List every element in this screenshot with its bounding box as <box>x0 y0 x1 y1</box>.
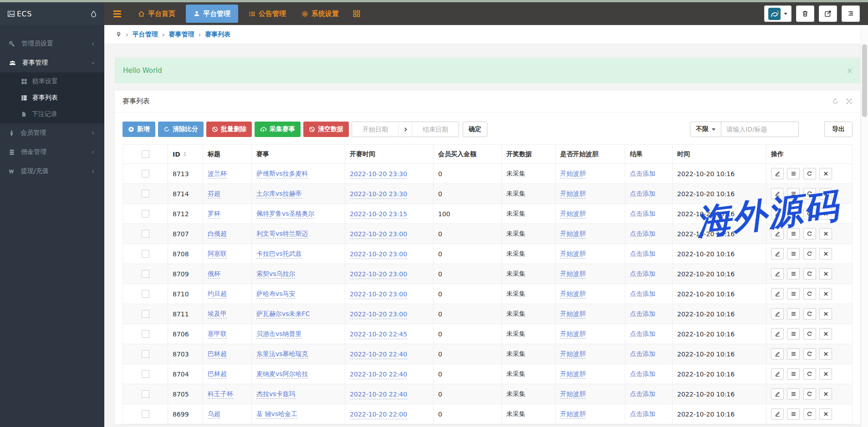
nav-item-platform-home[interactable]: 平台首页 <box>130 2 183 25</box>
sidebar-item-withdraw-deposit[interactable]: 提现/充值 <box>0 162 104 181</box>
row-refresh-button[interactable] <box>803 168 816 179</box>
start-time-link[interactable]: 2022-10-20 23:30 <box>350 190 407 199</box>
match-link[interactable]: 索契vs乌拉尔 <box>256 270 296 279</box>
menu-list-button[interactable] <box>842 5 860 22</box>
row-delete-button[interactable] <box>819 288 832 300</box>
row-edit-button[interactable] <box>771 368 784 380</box>
row-edit-button[interactable] <box>771 348 784 360</box>
row-refresh-button[interactable] <box>803 388 816 400</box>
match-link[interactable]: 土尔库vs拉赫蒂 <box>256 190 302 198</box>
alert-close-icon[interactable]: × <box>847 66 853 75</box>
match-link[interactable]: 萨哈布vs马安 <box>256 290 296 299</box>
nav-grid-apps-icon[interactable] <box>347 10 367 17</box>
start-bodan-link[interactable]: 开始波胆 <box>560 370 586 379</box>
expand-icon[interactable] <box>846 98 853 105</box>
row-refresh-button[interactable] <box>803 248 816 259</box>
row-odds-list-button[interactable] <box>787 388 800 400</box>
row-delete-button[interactable] <box>819 408 832 420</box>
row-refresh-button[interactable] <box>803 208 816 219</box>
league-link[interactable]: 巴林超 <box>208 350 227 359</box>
add-result-link[interactable]: 点击添加 <box>630 370 655 377</box>
start-bodan-link[interactable]: 开始波胆 <box>560 390 586 399</box>
row-edit-button[interactable] <box>771 408 784 420</box>
match-link[interactable]: 卡拉巴vs托武兹 <box>256 250 302 259</box>
row-checkbox[interactable] <box>142 390 149 398</box>
start-bodan-link[interactable]: 开始波胆 <box>560 350 586 359</box>
match-link[interactable]: 麦纳麦vs阿尔哈拉 <box>256 370 308 379</box>
match-link[interactable]: 萨维斯vs拉多麦科 <box>256 170 308 178</box>
row-odds-list-button[interactable] <box>787 288 800 300</box>
start-bodan-link[interactable]: 开始波胆 <box>560 410 586 419</box>
add-result-link[interactable]: 点击添加 <box>630 190 655 197</box>
limit-dropdown[interactable]: 不限 <box>690 122 721 137</box>
row-odds-list-button[interactable] <box>787 228 800 239</box>
row-edit-button[interactable] <box>771 248 784 259</box>
league-link[interactable]: 乌超 <box>208 410 220 419</box>
row-odds-list-button[interactable] <box>787 408 800 420</box>
start-time-link[interactable]: 2022-10-20 23:00 <box>350 270 407 279</box>
row-delete-button[interactable] <box>819 268 832 280</box>
row-odds-list-button[interactable] <box>787 268 800 280</box>
row-checkbox[interactable] <box>142 250 149 258</box>
add-result-link[interactable]: 点击添加 <box>630 210 655 217</box>
start-bodan-link[interactable]: 开始波胆 <box>560 210 586 219</box>
row-checkbox[interactable] <box>142 370 149 378</box>
league-link[interactable]: 巴林超 <box>208 370 227 379</box>
row-delete-button[interactable] <box>819 248 832 259</box>
start-time-link[interactable]: 2022-10-20 22:00 <box>350 411 407 419</box>
clear-score-button[interactable]: 清除比分 <box>158 122 204 137</box>
scrollbar-thumb[interactable] <box>862 44 867 117</box>
add-result-link[interactable]: 点击添加 <box>630 170 655 177</box>
row-delete-button[interactable] <box>819 348 832 360</box>
breadcrumb-item-platform-manage[interactable]: 平台管理 <box>133 30 158 39</box>
row-odds-list-button[interactable] <box>787 208 800 219</box>
row-checkbox[interactable] <box>142 210 149 218</box>
start-time-link[interactable]: 2022-10-20 23:00 <box>350 230 407 239</box>
league-link[interactable]: 芬超 <box>208 190 220 198</box>
end-date-input[interactable] <box>412 122 459 137</box>
row-checkbox[interactable] <box>142 350 149 358</box>
refresh-icon[interactable] <box>832 98 839 105</box>
row-edit-button[interactable] <box>771 228 784 239</box>
row-odds-list-button[interactable] <box>787 368 800 380</box>
row-odds-list-button[interactable] <box>787 308 800 320</box>
start-time-link[interactable]: 2022-10-20 23:30 <box>350 170 407 179</box>
row-checkbox[interactable] <box>142 290 149 298</box>
start-time-link[interactable]: 2022-10-20 23:00 <box>350 290 407 299</box>
user-avatar-dropdown[interactable] <box>764 5 791 22</box>
batch-delete-button[interactable]: 批量删除 <box>206 122 252 137</box>
row-refresh-button[interactable] <box>803 228 816 239</box>
add-result-link[interactable]: 点击添加 <box>630 330 655 337</box>
match-link[interactable]: 贝游击vs纳普里 <box>256 330 302 339</box>
start-time-link[interactable]: 2022-10-20 22:45 <box>350 330 407 339</box>
row-checkbox[interactable] <box>142 310 149 318</box>
breadcrumb-item-match-manage[interactable]: 赛事管理 <box>169 30 194 39</box>
trash-button[interactable] <box>796 5 814 22</box>
league-link[interactable]: 白俄超 <box>208 230 227 239</box>
league-link[interactable]: 阿塞联 <box>208 250 227 259</box>
start-bodan-link[interactable]: 开始波胆 <box>560 270 586 279</box>
sidebar-item-member-manage[interactable]: 会员管理 <box>0 123 104 142</box>
add-button[interactable]: 新增 <box>123 122 155 137</box>
start-bodan-link[interactable]: 开始波胆 <box>560 170 586 178</box>
select-all-checkbox[interactable] <box>142 150 149 158</box>
row-refresh-button[interactable] <box>803 308 816 320</box>
add-result-link[interactable]: 点击添加 <box>630 410 655 417</box>
row-refresh-button[interactable] <box>803 348 816 360</box>
row-odds-list-button[interactable] <box>787 168 800 179</box>
league-link[interactable]: 约旦超 <box>208 290 227 299</box>
row-edit-button[interactable] <box>771 328 784 340</box>
row-refresh-button[interactable] <box>803 408 816 420</box>
row-refresh-button[interactable] <box>803 368 816 380</box>
row-edit-button[interactable] <box>771 208 784 219</box>
start-time-link[interactable]: 2022-10-20 22:40 <box>350 351 407 359</box>
start-bodan-link[interactable]: 开始波胆 <box>560 330 586 339</box>
row-odds-list-button[interactable] <box>787 348 800 360</box>
start-time-link[interactable]: 2022-10-20 23:15 <box>350 210 407 219</box>
add-result-link[interactable]: 点击添加 <box>630 270 655 277</box>
league-link[interactable]: 塞甲联 <box>208 330 227 339</box>
row-edit-button[interactable] <box>771 168 784 179</box>
league-link[interactable]: 科王子杯 <box>208 390 233 399</box>
start-time-link[interactable]: 2022-10-20 22:40 <box>350 371 407 379</box>
league-link[interactable]: 埃及甲 <box>208 310 227 319</box>
